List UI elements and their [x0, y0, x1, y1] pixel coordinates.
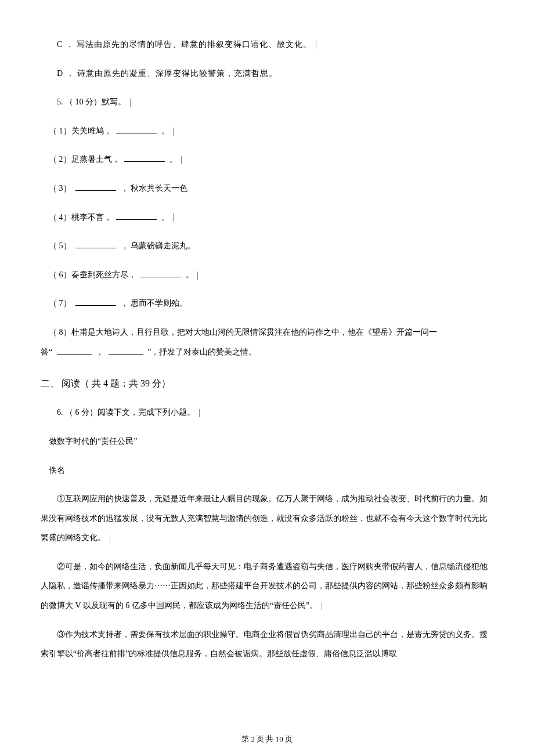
- q6-p3-text: ③作为技术支持者，需要保有技术层面的职业操守。电商企业将假冒伪劣商品清理出自己的…: [41, 630, 488, 659]
- tick-mark: [129, 99, 131, 107]
- q5-item-7-pre: （ 7）: [49, 299, 71, 308]
- q5-item-3-pre: （ 3）: [49, 184, 71, 193]
- q5-item-4: （ 4）桃李不言， 。: [41, 208, 493, 227]
- q5-item-1: （ 1）关关雎鸠， 。: [41, 121, 493, 141]
- tick-mark: [172, 128, 174, 136]
- q5-item-8-text: （ 8）杜甫是大地诗人，且行且歌，把对大地山河的无限情深贯注在他的诗作之中，他在…: [49, 328, 437, 337]
- q5-item-1-pre: （ 1）关关雎鸠，: [49, 126, 112, 135]
- q6-passage-title: 做数字时代的“责任公民”: [41, 432, 493, 451]
- q5-item-6: （ 6）春蚕到死丝方尽， 。: [41, 265, 493, 285]
- q5-item-5: （ 5） ， 乌蒙磅礴走泥丸。: [41, 236, 493, 256]
- section-2-text: 二、 阅读（ 共 4 题；共 39 分）: [41, 378, 171, 388]
- q5-item-8-c: ，: [96, 348, 104, 356]
- q6-author-text: 佚名: [49, 466, 65, 475]
- section-2-heading: 二、 阅读（ 共 4 题；共 39 分）: [41, 373, 493, 393]
- q6-paragraph-1: ①互联网应用的快速普及，无疑是近年来最让人瞩目的现象。亿万人聚于网络，成为推动社…: [41, 489, 493, 548]
- blank-input[interactable]: [116, 212, 157, 220]
- option-d: D ． 诗意由原先的凝重、深厚变得比较警策，充满哲思。: [41, 64, 493, 84]
- q5-heading: 5. （ 10 分）默写。: [41, 92, 493, 112]
- option-c-text: C ． 写法由原先的尽情的呼告、肆意的排叙变得口语化、散文化。: [57, 40, 312, 49]
- page-number: 第 2 页 共 10 页: [241, 735, 293, 743]
- q5-item-8-line1: （ 8）杜甫是大地诗人，且行且歌，把对大地山河的无限情深贯注在他的诗作之中，他在…: [41, 323, 493, 342]
- blank-input[interactable]: [75, 183, 116, 191]
- q5-item-8-d: ”，抒发了对泰山的赞美之情。: [147, 348, 257, 356]
- q5-item-1-post: 。: [161, 126, 169, 135]
- page-footer: 第 2 页 共 10 页: [0, 734, 534, 744]
- q6-author: 佚名: [41, 461, 493, 480]
- blank-input[interactable]: [109, 346, 143, 355]
- blank-input[interactable]: [116, 125, 157, 133]
- tick-mark: [197, 272, 198, 280]
- option-c: C ． 写法由原先的尽情的呼告、肆意的排叙变得口语化、散文化。: [41, 35, 493, 55]
- q6-p1-text: ①互联网应用的快速普及，无疑是近年来最让人瞩目的现象。亿万人聚于网络，成为推动社…: [41, 494, 488, 542]
- q5-item-6-pre: （ 6）春蚕到死丝方尽，: [49, 270, 136, 279]
- q5-heading-text: 5. （ 10 分）默写。: [57, 97, 126, 106]
- q5-item-5-post: ， 乌蒙磅礴走泥丸。: [121, 241, 196, 250]
- blank-input[interactable]: [124, 154, 165, 162]
- q5-item-4-post: 。: [161, 213, 169, 222]
- blank-input[interactable]: [140, 269, 181, 277]
- q6-heading-text: 6. （ 6 分）阅读下文，完成下列小题。: [57, 408, 195, 417]
- q6-heading: 6. （ 6 分）阅读下文，完成下列小题。: [41, 403, 493, 422]
- q5-item-8-b: 答“: [41, 348, 52, 356]
- q5-item-2: （ 2）足蒸暑土气， 。: [41, 150, 493, 169]
- tick-mark: [199, 409, 200, 417]
- tick-mark: [315, 41, 316, 49]
- q6-paragraph-3: ③作为技术支持者，需要保有技术层面的职业操守。电商企业将假冒伪劣商品清理出自己的…: [41, 625, 493, 664]
- option-d-text: D ． 诗意由原先的凝重、深厚变得比较警策，充满哲思。: [57, 69, 277, 78]
- q5-item-7-post: ， 思而不学则殆。: [121, 299, 188, 308]
- q6-title-text: 做数字时代的“责任公民”: [49, 437, 137, 446]
- q5-item-2-post: 。: [169, 155, 178, 164]
- q5-item-7: （ 7） ， 思而不学则殆。: [41, 294, 493, 313]
- q5-item-2-pre: （ 2）足蒸暑土气，: [49, 155, 120, 164]
- q5-item-8-line2: 答“ ， ”，抒发了对泰山的赞美之情。: [41, 342, 493, 362]
- blank-input[interactable]: [75, 240, 116, 248]
- q5-item-3: （ 3） ， 秋水共长天一色: [41, 179, 493, 198]
- q5-item-5-pre: （ 5）: [49, 241, 71, 250]
- tick-mark: [181, 156, 182, 164]
- q5-item-4-pre: （ 4）桃李不言，: [49, 213, 112, 222]
- q5-item-3-post: ， 秋水共长天一色: [121, 184, 188, 193]
- blank-input[interactable]: [75, 298, 116, 306]
- blank-input[interactable]: [57, 346, 92, 355]
- q5-item-6-post: 。: [186, 270, 194, 279]
- tick-mark: [109, 534, 110, 542]
- tick-mark: [172, 214, 174, 222]
- tick-mark: [321, 602, 322, 610]
- q6-paragraph-2: ②可是，如今的网络生活，负面新闻几乎每天可见：电子商务遭遇盗窃与失信，医疗网购夹…: [41, 557, 493, 616]
- q6-p2-text: ②可是，如今的网络生活，负面新闻几乎每天可见：电子商务遭遇盗窃与失信，医疗网购夹…: [41, 562, 488, 610]
